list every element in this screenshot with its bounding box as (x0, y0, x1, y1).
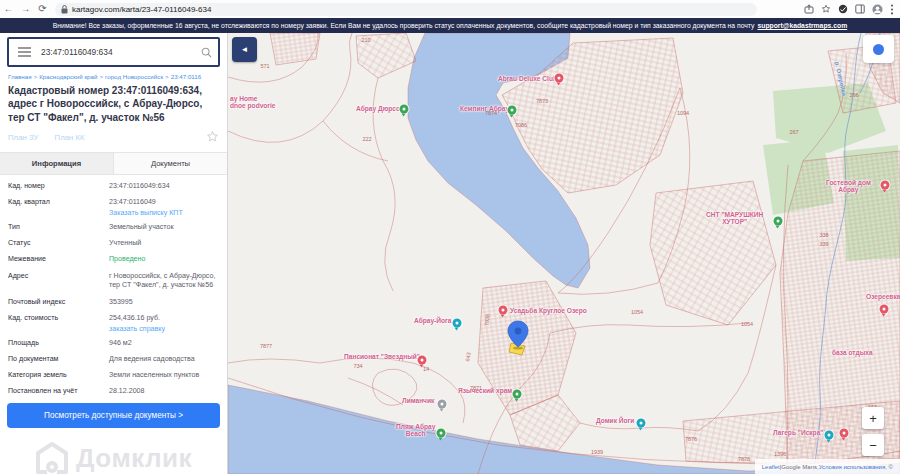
poi-marker-red (555, 74, 564, 83)
poi-marker-green (400, 105, 409, 114)
plan-link[interactable]: План КК (55, 133, 85, 142)
parcel-number-label: 7874 (485, 110, 497, 116)
parcel-number-label: 7878 (738, 456, 750, 462)
map-attribution: Leaflet | Google Мапs, Условия использов… (755, 459, 900, 474)
breadcrumb-link[interactable]: город Новороссийск (105, 73, 163, 80)
profile-avatar-icon[interactable] (872, 4, 883, 15)
field-row: Адресг Новороссийск, с Абрау-Дюрсо, тер … (8, 272, 219, 292)
parcel-fields: Кад. номер23:47:0116049:634Кад. квартал2… (0, 175, 227, 397)
breadcrumb-link[interactable]: 23:47:0116 (171, 73, 202, 80)
search-bar (7, 37, 220, 67)
extension-icon[interactable] (838, 4, 848, 14)
terms-link[interactable]: Условия использования (819, 464, 886, 470)
parcel-number-label: 1939 (591, 449, 603, 455)
field-label: Кад. квартал (8, 198, 109, 217)
poi-label: Гостевой дом Абрау (826, 179, 871, 194)
field-label: Категория земель (8, 371, 109, 381)
cadastral-map[interactable]: р. Озерейка ay Home dnoe podvorieАбрау Д… (228, 33, 900, 474)
search-icon[interactable] (194, 47, 218, 58)
parcel-number-label: 571 (260, 63, 269, 69)
breadcrumb-separator: > (99, 73, 103, 80)
field-label: Постановлен на учёт (8, 387, 109, 397)
breadcrumb-separator: > (34, 73, 38, 80)
view-documents-button[interactable]: Посмотреть доступные документы > (7, 403, 220, 428)
poi-label: ay Home dnoe podvorie (230, 95, 275, 110)
poi-marker-green (774, 217, 783, 226)
parcel-number-label: 210 (361, 37, 370, 43)
poi-marker-green (437, 429, 446, 438)
plan-link[interactable]: План ЗУ (8, 133, 39, 142)
field-row: Постановлен на учёт28.12.2008 (8, 387, 219, 397)
parcel-number-label: 7938 (483, 314, 490, 327)
back-icon[interactable]: ← (0, 0, 17, 18)
poi-label: Пансионат "Звездный" (344, 353, 420, 360)
bookmark-star-icon[interactable] (821, 4, 831, 14)
map-graphics (228, 33, 900, 474)
tab-information[interactable]: Информация (0, 153, 113, 174)
poi-marker-red (499, 306, 508, 315)
poi-label: Пляж Абрау Beach (396, 423, 435, 438)
parcel-number-label: 267 (789, 129, 798, 135)
tab-bar: ИнформацияДокументы (0, 152, 227, 175)
parcel-number-label: 222 (362, 136, 371, 142)
collapse-panel-button[interactable]: ◄ (232, 37, 257, 62)
parcel-number-label: 7877 (260, 343, 272, 349)
poi-label: Языческий храм (458, 387, 512, 394)
field-action-link[interactable]: Заказать выписку КПТ (109, 209, 219, 217)
menu-hamburger-icon[interactable] (9, 47, 39, 57)
field-action-link[interactable]: заказать справку (109, 325, 219, 333)
field-value: 23:47:0116049:634 (109, 182, 219, 192)
share-icon[interactable] (804, 4, 814, 14)
field-value: Проведено (109, 255, 219, 265)
poi-label: Озереевка (866, 293, 900, 300)
parcel-info-panel: Главная>Краснодарский край>город Новорос… (0, 33, 228, 474)
domclick-logo-icon (35, 441, 69, 474)
reload-icon[interactable]: ⟳ (34, 0, 51, 18)
favorite-star-icon[interactable] (206, 129, 219, 147)
banner-text: Внимание! Все заказы, оформленные 16 авг… (53, 22, 755, 29)
side-panel-icon[interactable] (855, 4, 865, 14)
poi-label: Абрау Дюрсо (356, 105, 400, 112)
field-value: Земельный участок (109, 223, 219, 233)
poi-label: Лиманчик (402, 397, 434, 404)
field-value: 23:47:0116049 (109, 198, 219, 208)
field-row: МежеваниеПроведено (8, 255, 219, 265)
breadcrumb: Главная>Краснодарский край>город Новорос… (8, 73, 219, 81)
poi-label: Усадьба Круглое Озеро (510, 307, 587, 314)
poi-label: Абрау-Йога (414, 317, 452, 324)
parcel-number-label: 1396 (774, 451, 786, 457)
address-bar[interactable]: kartagov.com/karta/23-47-0116049-634 (55, 3, 757, 16)
zoom-in-button[interactable]: + (862, 407, 884, 429)
poi-marker-green (508, 106, 517, 115)
forward-icon[interactable]: → (17, 0, 34, 18)
site-warning-banner: Внимание! Все заказы, оформленные 16 авг… (0, 18, 900, 33)
field-label: Статус (8, 239, 109, 249)
field-row: Категория земельЗемли населенных пунктов (8, 371, 219, 381)
field-value: 254,436.16 руб. (109, 314, 219, 324)
field-row: ТипЗемельный участок (8, 223, 219, 233)
leaflet-link[interactable]: Leaflet (762, 464, 780, 470)
breadcrumb-link[interactable]: Главная (8, 73, 32, 80)
browser-toolbar: ← → ⟳ kartagov.com/karta/23-47-0116049-6… (0, 0, 900, 19)
field-row: Кад. номер23:47:0116049:634 (8, 182, 219, 192)
map-layers-button[interactable] (863, 35, 894, 63)
field-value: Для ведения садоводства (109, 355, 219, 365)
parcel-number-label: 7873 (536, 98, 548, 104)
domclick-watermark: Домклик (0, 441, 227, 474)
poi-marker-teal (637, 419, 646, 428)
field-value: г Новороссийск, с Абрау-Дюрсо, тер СТ "Ф… (109, 272, 219, 292)
breadcrumb-link[interactable]: Краснодарский край (39, 73, 97, 80)
tab-documents[interactable]: Документы (113, 153, 227, 174)
support-email-link[interactable]: support@kadastrmaps.com (757, 22, 847, 29)
page-title: Кадастровый номер 23:47:0116049:634, адр… (8, 84, 219, 124)
parcel-number-label: 734 (353, 363, 362, 369)
kebab-menu-icon[interactable] (890, 4, 894, 15)
zoom-out-button[interactable]: − (862, 434, 884, 456)
parcel-number-label: 14 (423, 366, 429, 372)
layers-icon (873, 44, 884, 55)
search-input[interactable] (39, 46, 194, 58)
poi-label: база отдыха (832, 349, 873, 356)
field-row: Кад. квартал23:47:0116049Заказать выписк… (8, 198, 219, 217)
parcel-number-label: 338 (819, 232, 828, 238)
poi-label: Abrau Deluxe Club (498, 75, 557, 82)
